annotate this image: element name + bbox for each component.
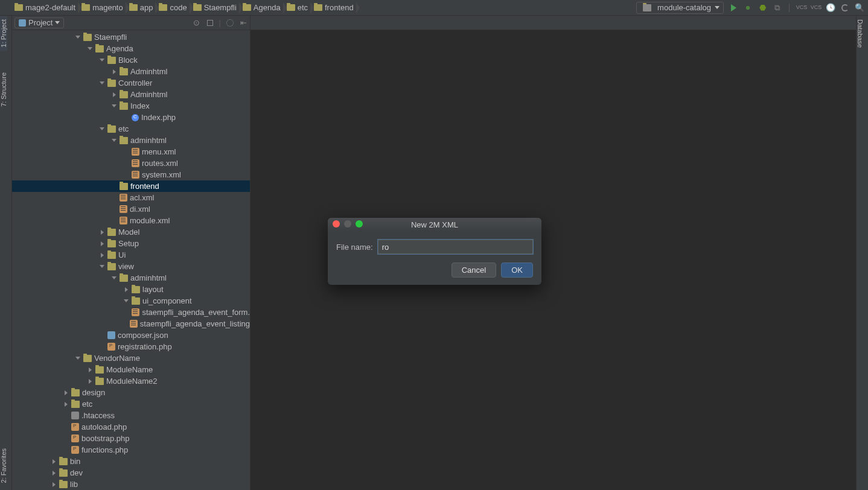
tree-node[interactable]: Staempfli xyxy=(12,31,250,43)
tree-node[interactable]: Model xyxy=(12,226,250,238)
tree-node[interactable]: staempfli_agenda_event_form. xyxy=(12,307,250,318)
expander-icon[interactable] xyxy=(75,36,81,39)
expander-icon[interactable] xyxy=(123,287,129,292)
tree-node[interactable]: design xyxy=(12,387,250,398)
expander-icon[interactable] xyxy=(99,127,105,130)
expander-icon[interactable] xyxy=(63,390,69,395)
tree-node[interactable]: lib xyxy=(12,479,250,490)
stop-button[interactable]: ⧉ xyxy=(772,3,782,13)
tree-node[interactable]: ModuleName2 xyxy=(12,375,250,387)
expander-icon[interactable] xyxy=(111,139,117,142)
tree-node[interactable]: Index.php xyxy=(12,112,250,123)
file-name-field[interactable] xyxy=(378,240,533,254)
undo-button[interactable] xyxy=(840,3,850,13)
tree-node[interactable]: Adminhtml xyxy=(12,66,250,77)
breadcrumb-item[interactable]: magento xyxy=(79,0,127,15)
expander-icon[interactable] xyxy=(51,459,57,464)
breadcrumb-item[interactable]: frontend xyxy=(311,0,357,15)
tree-node-label: etc xyxy=(118,124,129,133)
collapse-all-button[interactable] xyxy=(206,19,214,27)
expander-icon[interactable] xyxy=(51,482,57,487)
history-button[interactable]: 🕓 xyxy=(826,3,835,13)
tree-node[interactable]: Index xyxy=(12,100,250,112)
project-view-selector[interactable]: Project xyxy=(14,18,64,28)
tree-node[interactable]: menu.xml xyxy=(12,146,250,158)
tree-node[interactable]: autoload.php xyxy=(12,421,250,433)
search-button[interactable]: 🔍 xyxy=(855,3,864,13)
tree-node[interactable]: acl.xml xyxy=(12,192,250,203)
expander-icon[interactable] xyxy=(111,276,117,279)
run-button[interactable] xyxy=(729,3,738,13)
tree-node[interactable]: ui_component xyxy=(12,295,250,307)
tree-node[interactable]: routes.xml xyxy=(12,158,250,169)
tree-node[interactable]: Agenda xyxy=(12,43,250,54)
ok-button[interactable]: OK xyxy=(501,262,533,278)
tree-node[interactable]: ModuleName xyxy=(12,364,250,375)
breadcrumb-item[interactable]: code xyxy=(156,0,190,15)
tree-node[interactable]: staempfli_agenda_event_listing xyxy=(12,318,250,329)
maximize-window-button[interactable] xyxy=(356,220,363,228)
tree-node[interactable]: adminhtml xyxy=(12,272,250,284)
tree-node[interactable]: layout xyxy=(12,284,250,295)
tree-node[interactable]: Ui xyxy=(12,249,250,261)
tree-node[interactable]: Adminhtml xyxy=(12,89,250,100)
tree-node[interactable]: bootstrap.php xyxy=(12,433,250,444)
vcs-update-button[interactable]: VCS xyxy=(797,3,806,13)
dialog-titlebar[interactable]: New 2M XML xyxy=(328,218,541,231)
expander-icon[interactable] xyxy=(99,59,105,62)
tree-node[interactable]: view xyxy=(12,261,250,272)
run-configuration-selector[interactable]: module-catalog xyxy=(636,2,724,14)
select-opened-file-button[interactable]: ⊙ xyxy=(193,19,201,27)
tree-node[interactable]: Setup xyxy=(12,238,250,249)
expander-icon[interactable] xyxy=(63,402,69,407)
close-window-button[interactable] xyxy=(333,220,340,228)
tree-node[interactable]: dev xyxy=(12,467,250,479)
expander-icon[interactable] xyxy=(87,379,93,384)
breadcrumb-item[interactable]: Agenda xyxy=(240,0,284,15)
expander-icon[interactable] xyxy=(87,368,93,372)
hide-button[interactable]: ⇤ xyxy=(239,19,247,27)
expander-icon[interactable] xyxy=(123,299,129,302)
tool-window-database-tab[interactable]: Database xyxy=(857,16,864,51)
debug-button[interactable] xyxy=(743,3,753,13)
expander-icon[interactable] xyxy=(99,230,105,235)
expander-icon[interactable] xyxy=(111,69,117,74)
tree-node[interactable]: system.xml xyxy=(12,169,250,180)
tree-node[interactable]: etc xyxy=(12,123,250,135)
settings-button[interactable] xyxy=(226,19,234,27)
tree-node[interactable]: VendorName xyxy=(12,352,250,364)
expander-icon[interactable] xyxy=(99,81,105,84)
expander-icon[interactable] xyxy=(99,253,105,258)
expander-icon[interactable] xyxy=(111,92,117,97)
tree-node[interactable]: registration.php xyxy=(12,341,250,352)
breadcrumb-item[interactable]: Staempfli xyxy=(191,0,240,15)
vcs-commit-button[interactable]: VCS xyxy=(811,3,821,13)
tree-node[interactable]: etc xyxy=(12,398,250,410)
tree-node[interactable]: adminhtml xyxy=(12,135,250,146)
project-tree[interactable]: StaempfliAgendaBlockAdminhtmlControllerA… xyxy=(12,30,250,490)
expander-icon[interactable] xyxy=(99,265,105,268)
breadcrumb-item[interactable]: mage2-default xyxy=(12,0,79,15)
tree-node[interactable]: .htaccess xyxy=(12,410,250,421)
tool-window-favorites-tab[interactable]: 2: Favorites xyxy=(0,445,7,486)
breadcrumb-item[interactable]: app xyxy=(127,0,157,15)
tree-node[interactable]: module.xml xyxy=(12,215,250,226)
expander-icon[interactable] xyxy=(111,104,117,107)
expander-icon[interactable] xyxy=(87,47,93,50)
tree-node[interactable]: frontend xyxy=(12,180,250,192)
tree-node[interactable]: functions.php xyxy=(12,444,250,456)
breadcrumb-item[interactable]: etc xyxy=(284,0,311,15)
tree-node[interactable]: bin xyxy=(12,456,250,467)
expander-icon[interactable] xyxy=(75,357,81,360)
tree-node[interactable]: di.xml xyxy=(12,203,250,215)
coverage-button[interactable]: ⬣ xyxy=(758,3,767,13)
tree-node[interactable]: Block xyxy=(12,54,250,66)
expander-icon[interactable] xyxy=(99,241,105,246)
minimize-window-button[interactable] xyxy=(344,220,351,228)
tool-window-project-tab[interactable]: 1: Project xyxy=(0,16,7,51)
expander-icon[interactable] xyxy=(51,471,57,476)
cancel-button[interactable]: Cancel xyxy=(452,262,496,278)
tree-node[interactable]: Controller xyxy=(12,77,250,89)
tree-node[interactable]: composer.json xyxy=(12,329,250,341)
tool-window-structure-tab[interactable]: 7: Structure xyxy=(0,69,7,110)
